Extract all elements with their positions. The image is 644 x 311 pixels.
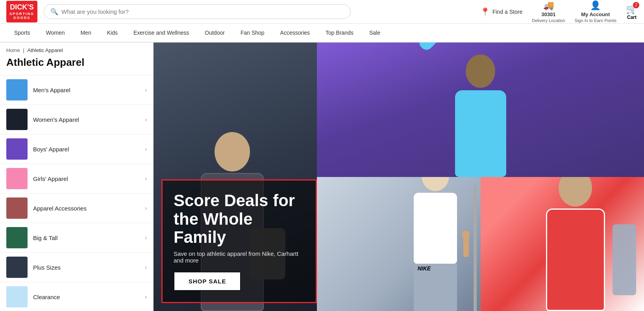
mens-apparel-thumb (6, 79, 28, 101)
logo-line1: DICK'S (9, 3, 34, 12)
main-content: Home | Athletic Apparel Athletic Apparel… (0, 43, 644, 311)
mens-apparel-label: Men's Apparel (33, 87, 139, 93)
logo-line3: GOODS (9, 16, 34, 20)
store-icon: 📍 (480, 7, 490, 17)
chevron-right-icon: › (145, 116, 147, 123)
womens-apparel-label: Women's Apparel (33, 116, 139, 123)
boys-apparel-thumb (6, 138, 28, 160)
chevron-right-icon: › (145, 146, 147, 152)
delivery-zip: 30301 (541, 11, 555, 17)
nav-kids[interactable]: Kids (99, 24, 126, 41)
sidebar: Home | Athletic Apparel Athletic Apparel… (0, 43, 154, 311)
nav-accessories[interactable]: Accessories (272, 24, 318, 41)
plus-sizes-thumb (6, 257, 28, 278)
accessories-thumb (6, 197, 28, 219)
chevron-right-icon: › (145, 264, 147, 270)
cart-button[interactable]: 🛒 2 Cart (626, 4, 638, 20)
breadcrumb-home[interactable]: Home (6, 47, 20, 53)
womens-apparel-thumb (6, 109, 28, 130)
promo-subtitle: Save on top athletic apparel from Nike, … (174, 250, 303, 264)
clearance-thumb (6, 286, 28, 307)
sidebar-item-accessories[interactable]: Apparel Accessories › (0, 193, 153, 223)
cart-label: Cart (627, 15, 637, 20)
breadcrumb-separator: | (23, 47, 26, 53)
clearance-label: Clearance (33, 294, 139, 300)
girls-apparel-thumb (6, 168, 28, 189)
hero-kid-panel: NIKE (317, 177, 480, 311)
breadcrumb-current: Athletic Apparel (27, 47, 63, 53)
cart-count: 2 (633, 2, 639, 8)
hero-woman-panel (317, 43, 644, 177)
delivery-location[interactable]: 🚚 30301 Delivery Location (532, 0, 565, 23)
chevron-right-icon: › (145, 205, 147, 211)
nav-top-brands[interactable]: Top Brands (318, 24, 361, 41)
site-header: DICK'S SPORTING GOODS 🔍 📍 Find a Store 🚚… (0, 0, 644, 24)
bigtall-thumb (6, 227, 28, 248)
search-bar[interactable]: 🔍 (44, 4, 351, 19)
promo-overlay: Score Deals for the Whole Family Save on… (161, 179, 317, 303)
find-store-button[interactable]: 📍 Find a Store (480, 7, 522, 17)
nav-women[interactable]: Women (38, 24, 72, 41)
hero-woman-red-panel (481, 177, 644, 311)
search-icon: 🔍 (50, 8, 58, 15)
chevron-right-icon: › (145, 87, 147, 93)
find-store-label: Find a Store (492, 9, 522, 15)
bigtall-label: Big & Tall (33, 235, 139, 241)
sidebar-item-girls[interactable]: Girls' Apparel › (0, 164, 153, 193)
content-area: Score Deals for the Whole Family Save on… (154, 43, 644, 311)
account-sublabel: Sign In to Earn Points (575, 18, 616, 23)
account-icon: 👤 (590, 0, 601, 11)
promo-title: Score Deals for the Whole Family (174, 192, 303, 246)
site-logo[interactable]: DICK'S SPORTING GOODS (6, 1, 37, 22)
nav-sale[interactable]: Sale (361, 24, 388, 41)
account-label: My Account (581, 11, 610, 17)
main-nav: Sports Women Men Kids Exercise and Welln… (0, 24, 644, 43)
sidebar-item-mens[interactable]: Men's Apparel › (0, 75, 153, 104)
truck-icon: 🚚 (543, 0, 554, 11)
chevron-right-icon: › (145, 235, 147, 241)
header-right: 📍 Find a Store 🚚 30301 Delivery Location… (480, 0, 638, 23)
nav-men[interactable]: Men (72, 24, 99, 41)
logo-line2: SPORTING (9, 12, 34, 16)
sidebar-item-womens[interactable]: Women's Apparel › (0, 104, 153, 134)
sidebar-item-boys[interactable]: Boys' Apparel › (0, 134, 153, 164)
search-input[interactable] (61, 8, 344, 15)
sidebar-item-plus[interactable]: Plus Sizes › (0, 252, 153, 282)
shop-sale-button[interactable]: SHOP SALE (174, 272, 241, 291)
nav-exercise[interactable]: Exercise and Wellness (126, 24, 197, 41)
my-account-button[interactable]: 👤 My Account Sign In to Earn Points (575, 0, 616, 23)
nav-outdoor[interactable]: Outdoor (197, 24, 233, 41)
nav-fanshop[interactable]: Fan Shop (233, 24, 272, 41)
accessories-label: Apparel Accessories (33, 205, 139, 212)
sidebar-item-bigtall[interactable]: Big & Tall › (0, 223, 153, 252)
plus-sizes-label: Plus Sizes (33, 264, 139, 271)
delivery-sublabel: Delivery Location (532, 18, 565, 23)
nav-sports[interactable]: Sports (6, 24, 38, 41)
hero-man-panel: Score Deals for the Whole Family Save on… (154, 43, 317, 311)
chevron-right-icon: › (145, 294, 147, 300)
chevron-right-icon: › (145, 175, 147, 182)
girls-apparel-label: Girls' Apparel (33, 175, 139, 182)
breadcrumb: Home | Athletic Apparel (0, 43, 153, 55)
sidebar-item-clearance[interactable]: Clearance › (0, 282, 153, 311)
page-title: Athletic Apparel (0, 55, 153, 75)
boys-apparel-label: Boys' Apparel (33, 146, 139, 153)
